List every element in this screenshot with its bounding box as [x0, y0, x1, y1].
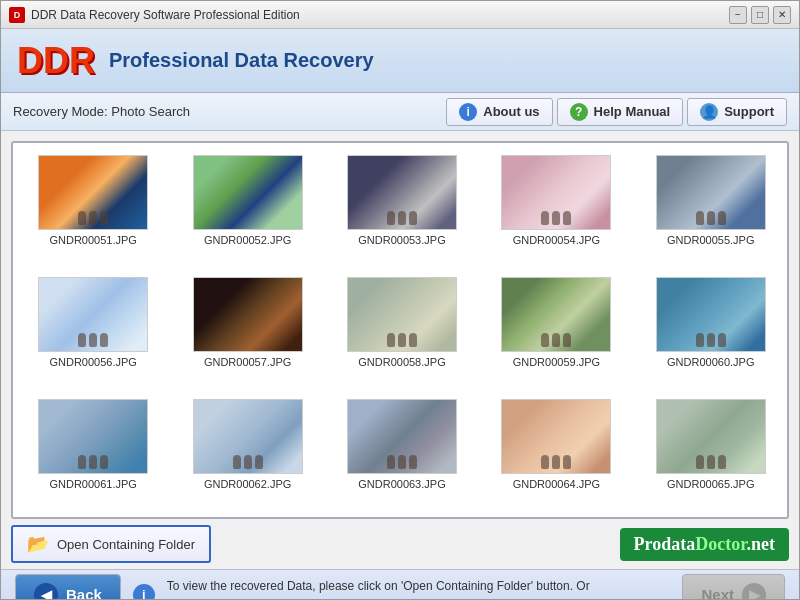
photo-thumbnail [656, 399, 766, 474]
footer-info-icon: i [133, 584, 155, 601]
recovery-mode-label: Recovery Mode: Photo Search [13, 104, 190, 119]
support-icon: 👤 [700, 103, 718, 121]
maximize-button[interactable]: □ [751, 6, 769, 24]
photo-thumbnail [193, 399, 303, 474]
footer-text-line2: Click on 'Back' button to select another… [167, 595, 590, 601]
photo-item[interactable]: GNDR00059.JPG [486, 277, 626, 383]
photo-label: GNDR00058.JPG [358, 356, 445, 368]
photo-grid: GNDR00051.JPGGNDR00052.JPGGNDR00053.JPGG… [13, 143, 787, 517]
support-button[interactable]: 👤 Support [687, 98, 787, 126]
open-folder-button[interactable]: 📂 Open Containing Folder [11, 525, 211, 563]
photo-thumbnail [656, 155, 766, 230]
photo-item[interactable]: GNDR00064.JPG [486, 399, 626, 505]
next-button[interactable]: Next ▶ [682, 574, 785, 601]
bottom-bar: 📂 Open Containing Folder ProdataDoctor.n… [11, 525, 789, 563]
title-bar: D DDR Data Recovery Software Professiona… [1, 1, 799, 29]
photo-label: GNDR00056.JPG [49, 356, 136, 368]
app-icon: D [9, 7, 25, 23]
photo-thumbnail [38, 155, 148, 230]
photo-label: GNDR00064.JPG [513, 478, 600, 490]
photo-label: GNDR00053.JPG [358, 234, 445, 246]
photo-label: GNDR00055.JPG [667, 234, 754, 246]
photo-item[interactable]: GNDR00063.JPG [332, 399, 472, 505]
open-folder-label: Open Containing Folder [57, 537, 195, 552]
photo-item[interactable]: GNDR00058.JPG [332, 277, 472, 383]
info-icon: i [459, 103, 477, 121]
photo-item[interactable]: GNDR00065.JPG [641, 399, 781, 505]
photo-thumbnail [347, 399, 457, 474]
back-arrow-icon: ◀ [34, 583, 58, 601]
footer-bar: ◀ Back i To view the recovered Data, ple… [1, 569, 799, 600]
photo-label: GNDR00061.JPG [49, 478, 136, 490]
footer-info-text: To view the recovered Data, please click… [167, 577, 590, 601]
photo-label: GNDR00063.JPG [358, 478, 445, 490]
next-arrow-icon: ▶ [742, 583, 766, 601]
photo-item[interactable]: GNDR00055.JPG [641, 155, 781, 261]
ddr-logo: DDR [17, 40, 95, 82]
back-button[interactable]: ◀ Back [15, 574, 121, 601]
photo-label: GNDR00052.JPG [204, 234, 291, 246]
navigation-bar: Recovery Mode: Photo Search i About us ?… [1, 93, 799, 131]
photo-label: GNDR00054.JPG [513, 234, 600, 246]
photo-thumbnail [501, 399, 611, 474]
photo-item[interactable]: GNDR00061.JPG [23, 399, 163, 505]
help-manual-label: Help Manual [594, 104, 671, 119]
photo-thumbnail [38, 277, 148, 352]
photo-item[interactable]: GNDR00052.JPG [177, 155, 317, 261]
close-button[interactable]: ✕ [773, 6, 791, 24]
photo-item[interactable]: GNDR00054.JPG [486, 155, 626, 261]
about-us-button[interactable]: i About us [446, 98, 552, 126]
pradata-logo: ProdataDoctor.net [620, 528, 790, 561]
photo-label: GNDR00060.JPG [667, 356, 754, 368]
app-title: Professional Data Recovery [109, 49, 374, 72]
window-controls: − □ ✕ [729, 6, 791, 24]
photo-thumbnail [38, 399, 148, 474]
photo-item[interactable]: GNDR00053.JPG [332, 155, 472, 261]
photo-item[interactable]: GNDR00062.JPG [177, 399, 317, 505]
app-header: DDR Professional Data Recovery [1, 29, 799, 93]
photo-thumbnail [347, 277, 457, 352]
window-title: DDR Data Recovery Software Professional … [31, 8, 300, 22]
photo-label: GNDR00057.JPG [204, 356, 291, 368]
photo-item[interactable]: GNDR00060.JPG [641, 277, 781, 383]
about-us-label: About us [483, 104, 539, 119]
photo-thumbnail [193, 155, 303, 230]
next-label: Next [701, 586, 734, 600]
photo-thumbnail [501, 277, 611, 352]
photo-label: GNDR00059.JPG [513, 356, 600, 368]
help-manual-button[interactable]: ? Help Manual [557, 98, 684, 126]
photo-label: GNDR00062.JPG [204, 478, 291, 490]
photo-grid-container: GNDR00051.JPGGNDR00052.JPGGNDR00053.JPGG… [11, 141, 789, 519]
photo-label: GNDR00065.JPG [667, 478, 754, 490]
help-icon: ? [570, 103, 588, 121]
back-label: Back [66, 586, 102, 600]
photo-label: GNDR00051.JPG [49, 234, 136, 246]
folder-icon: 📂 [27, 533, 49, 555]
photo-thumbnail [656, 277, 766, 352]
photo-thumbnail [501, 155, 611, 230]
photo-thumbnail [347, 155, 457, 230]
photo-item[interactable]: GNDR00051.JPG [23, 155, 163, 261]
photo-item[interactable]: GNDR00056.JPG [23, 277, 163, 383]
photo-item[interactable]: GNDR00057.JPG [177, 277, 317, 383]
footer-text-line1: To view the recovered Data, please click… [167, 577, 590, 595]
support-label: Support [724, 104, 774, 119]
photo-thumbnail [193, 277, 303, 352]
minimize-button[interactable]: − [729, 6, 747, 24]
